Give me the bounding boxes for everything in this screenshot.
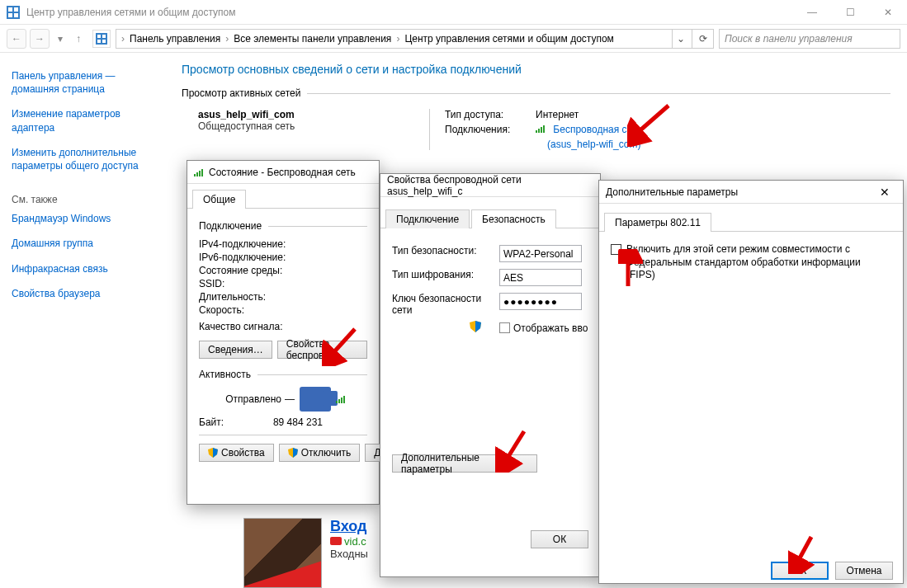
svg-rect-2 [14,7,18,12]
bytes-label: Байт: [199,416,257,428]
active-networks-label: Просмотр активных сетей [182,87,300,99]
dialog-title: Дополнительные параметры [606,186,873,198]
tab-80211[interactable]: Параметры 802.11 [604,213,711,232]
sidebar-link-browser[interactable]: Свойства браузера [12,287,154,300]
wireless-props-dialog: Свойства беспроводной сети asus_help_wif… [380,173,601,577]
group-activity: Активность [199,369,251,380]
dialog-title: Свойства беспроводной сети asus_help_wif… [387,174,593,197]
quality-label: Качество сигнала: [199,321,323,332]
security-type-label: Тип безопасности: [392,245,499,262]
breadcrumb-dropdown[interactable]: ⌄ [672,30,688,48]
access-type-label: Тип доступа: [445,109,536,120]
sidebar-link-infrared[interactable]: Инфракрасная связь [12,262,154,275]
breadcrumb-item[interactable]: Панель управления [126,33,224,45]
ad-thumbnail[interactable] [243,518,322,588]
disconnect-button[interactable]: Отключить [279,444,361,462]
window-title: Центр управления сетями и общим доступом [26,7,793,18]
network-name: asus_help_wifi_com [198,109,429,120]
sidebar-link-firewall[interactable]: Брандмауэр Windows [12,212,154,225]
ipv6-label: IPv6-подключение: [199,252,323,263]
advanced-params-button[interactable]: Дополнительные параметры [392,454,537,473]
ok-button[interactable]: ОК [531,530,588,548]
ad-text: Входны [330,548,368,560]
sent-label: Отправлено [199,393,281,405]
cancel-button[interactable]: Отмена [835,562,893,580]
minimize-button[interactable]: — [793,0,831,25]
advanced-params-dialog: Дополнительные параметры ✕ Параметры 802… [598,180,904,584]
back-button[interactable]: ← [7,29,26,49]
signal-icon [536,125,547,133]
access-type-value: Интернет [536,109,579,120]
status-dialog: Состояние - Беспроводная сеть Общие Подк… [187,160,380,505]
tab-general[interactable]: Общие [192,190,246,209]
breadcrumb-item[interactable]: Центр управления сетями и общим доступом [401,33,617,45]
up-button[interactable]: ↑ [71,29,86,49]
ssid-label: SSID: [199,278,323,289]
key-input[interactable]: ●●●●●●●● [499,293,582,310]
svg-rect-8 [97,40,101,43]
close-button[interactable]: ✕ [869,0,907,25]
bytes-value: 89 484 231 [257,416,323,428]
show-chars-checkbox[interactable]: Отображать вво [499,321,588,335]
security-type-select[interactable]: WPA2-Personal [499,245,582,262]
breadcrumb-item[interactable]: Все элементы панели управления [230,33,394,45]
sidebar-link-sharing[interactable]: Изменить дополнительные параметры общего… [12,146,154,172]
duration-label: Длительность: [199,291,323,303]
speed-label: Скорость: [199,304,323,316]
signal-icon [336,395,347,403]
ad-url: vid.c [330,535,368,548]
shield-icon [470,321,481,332]
ad-snippet: Вход vid.c Входны [243,518,368,588]
connection-sublabel[interactable]: (asus_help-wifi_com) [547,139,642,150]
sidebar-link-home[interactable]: Панель управления — домашняя страница [12,69,154,96]
ad-title[interactable]: Вход [330,518,368,535]
shield-icon [208,448,218,458]
fips-checkbox[interactable]: Включить для этой сети режим совместимос… [611,243,891,282]
location-icon [92,30,111,48]
titlebar: Центр управления сетями и общим доступом… [0,0,907,25]
encryption-select[interactable]: AES [499,269,582,286]
key-label: Ключ безопасности сети [392,293,499,316]
maximize-button[interactable]: ☐ [831,0,869,25]
forward-button[interactable]: → [30,29,50,49]
page-title: Просмотр основных сведений о сети и наст… [182,63,890,76]
history-dropdown[interactable]: ▾ [53,29,68,49]
wireless-props-button[interactable]: Свойства беспровод [277,341,367,359]
search-input[interactable]: Поиск в панели управления [719,29,900,49]
sidebar-link-homegroup[interactable]: Домашняя группа [12,237,154,250]
svg-rect-3 [8,13,12,17]
sidebar-link-adapter[interactable]: Изменение параметров адаптера [12,107,154,134]
computers-icon [300,387,331,412]
properties-button[interactable]: Свойства [199,444,274,462]
group-connection: Подключение [199,220,262,232]
encryption-label: Тип шифрования: [392,269,499,286]
network-type: Общедоступная сеть [198,120,429,132]
dialog-title: Состояние - Беспроводная сеть [209,167,372,178]
ipv4-label: IPv4-подключение: [199,238,323,250]
connection-link[interactable]: Беспроводная сеть [536,124,642,135]
tab-connection[interactable]: Подключение [385,209,470,228]
signal-icon [194,168,205,176]
sidebar: Панель управления — домашняя страница Из… [0,53,165,588]
svg-rect-7 [102,35,106,38]
svg-rect-9 [102,40,106,43]
tab-security[interactable]: Безопасность [471,209,556,228]
media-label: Состояние среды: [199,265,323,276]
svg-rect-1 [8,7,12,12]
ok-button[interactable]: ОК [771,562,829,580]
refresh-button[interactable]: ⟳ [692,29,714,49]
see-also-heading: См. также [12,194,154,205]
app-icon [7,6,20,19]
shield-icon [288,448,298,458]
breadcrumb[interactable]: › Панель управления › Все элементы панел… [116,29,692,49]
details-button[interactable]: Сведения… [199,341,272,359]
svg-rect-4 [14,13,18,17]
connections-label: Подключения: [445,124,536,135]
address-bar: ← → ▾ ↑ › Панель управления › Все элемен… [0,25,907,53]
close-icon[interactable]: ✕ [873,186,896,199]
svg-rect-6 [97,35,101,38]
